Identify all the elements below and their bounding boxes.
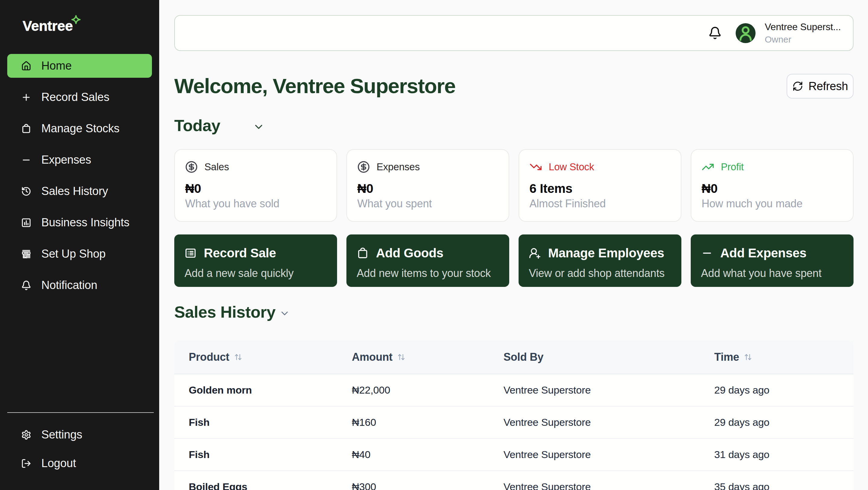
action-caption: Add what you have spent xyxy=(701,267,843,280)
circle-dollar-icon xyxy=(357,161,370,173)
topbar: Ventree Superst... Owner xyxy=(174,15,854,51)
sidebar-item-business-insights[interactable]: Business Insights xyxy=(7,210,152,234)
sidebar: Ventree HomeRecord SalesManage StocksExp… xyxy=(0,0,159,490)
sort-icon[interactable] xyxy=(234,353,242,361)
avatar[interactable] xyxy=(736,23,755,43)
cell-time: 35 days ago xyxy=(700,481,854,490)
action-caption: Add new items to your stock xyxy=(356,267,499,280)
column-header-amount[interactable]: Amount xyxy=(337,351,489,363)
brand-logo: Ventree xyxy=(23,17,101,35)
minus-icon xyxy=(701,247,713,259)
sidebar-item-home[interactable]: Home xyxy=(7,54,152,78)
sidebar-item-label: Business Insights xyxy=(41,216,129,229)
trending-down-icon xyxy=(529,161,542,173)
column-header-product[interactable]: Product xyxy=(174,351,337,363)
cell-product: Golden morn xyxy=(174,384,337,396)
action-card-header: Manage Employees xyxy=(529,246,671,260)
stat-label: Sales xyxy=(205,161,229,173)
table-row[interactable]: Fish₦160Ventree Superstore29 days ago xyxy=(174,406,854,439)
cell-sold-by: Ventree Superstore xyxy=(489,481,700,490)
user-plus-icon xyxy=(529,247,541,259)
sales-history-title: Sales History xyxy=(174,302,276,321)
action-title: Record Sale xyxy=(204,246,276,260)
sidebar-item-set-up-shop[interactable]: Set Up Shop xyxy=(7,242,152,266)
chart-square-icon xyxy=(21,218,31,228)
sidebar-item-label: Expenses xyxy=(41,153,91,166)
sidebar-item-label: Logout xyxy=(41,457,76,470)
sidebar-item-label: Manage Stocks xyxy=(41,122,119,135)
user-info[interactable]: Ventree Superst... Owner xyxy=(765,22,841,44)
minus-icon xyxy=(21,155,31,165)
action-card-header: Record Sale xyxy=(185,246,327,260)
cell-sold-by: Ventree Superstore xyxy=(489,384,700,396)
quick-actions-row: Record SaleAdd a new sale quicklyAdd Goo… xyxy=(174,234,854,287)
sort-icon[interactable] xyxy=(744,353,752,361)
column-label: Product xyxy=(189,351,229,363)
stat-value: ₦0 xyxy=(185,182,326,196)
app-root: Ventree HomeRecord SalesManage StocksExp… xyxy=(0,0,868,490)
stat-card-profit: Profit₦0How much you made xyxy=(691,149,854,222)
page-title: Welcome, Ventree Superstore xyxy=(174,73,455,99)
sidebar-item-label: Home xyxy=(41,59,72,72)
action-card-add-goods[interactable]: Add GoodsAdd new items to your stock xyxy=(346,234,509,287)
sidebar-footer: SettingsLogout xyxy=(0,412,159,480)
column-label: Amount xyxy=(352,351,393,363)
action-card-manage-employees[interactable]: Manage EmployeesView or add shop attenda… xyxy=(519,234,681,287)
sort-icon[interactable] xyxy=(397,353,405,361)
column-header-sold-by: Sold By xyxy=(489,351,700,363)
sidebar-item-record-sales[interactable]: Record Sales xyxy=(7,85,152,109)
shopping-bag-icon xyxy=(21,124,31,134)
sidebar-item-manage-stocks[interactable]: Manage Stocks xyxy=(7,117,152,140)
column-label: Time xyxy=(714,351,739,363)
stat-card-low-stock: Low Stock6 ItemsAlmost Finished xyxy=(519,149,681,222)
welcome-row: Welcome, Ventree Superstore Refresh xyxy=(174,73,854,99)
stat-card-header: Expenses xyxy=(357,161,498,173)
sparkle-icon xyxy=(69,14,83,28)
table-row[interactable]: Boiled Eggs₦300Ventree Superstore35 days… xyxy=(174,471,854,490)
shopping-bag-icon xyxy=(356,247,369,259)
action-card-header: Add Expenses xyxy=(701,246,843,260)
table-header: ProductAmountSold ByTime xyxy=(174,340,854,374)
cell-amount: ₦300 xyxy=(337,481,489,490)
period-label: Today xyxy=(174,116,220,135)
action-caption: Add a new sale quickly xyxy=(185,267,327,280)
refresh-label: Refresh xyxy=(809,80,848,93)
sidebar-item-label: Settings xyxy=(41,428,82,441)
cell-sold-by: Ventree Superstore xyxy=(489,449,700,460)
chevron-down-icon xyxy=(253,121,265,133)
cell-product: Fish xyxy=(174,417,337,428)
column-label: Sold By xyxy=(503,351,544,363)
main-content: Ventree Superst... Owner Welcome, Ventre… xyxy=(159,0,868,490)
topbar-right: Ventree Superst... Owner xyxy=(708,22,841,44)
sidebar-item-notification[interactable]: Notification xyxy=(7,273,152,297)
cell-amount: ₦22,000 xyxy=(337,384,489,396)
sidebar-nav: HomeRecord SalesManage StocksExpensesSal… xyxy=(0,54,159,305)
period-selector[interactable]: Today xyxy=(174,116,265,135)
table-row[interactable]: Fish₦40Ventree Superstore31 days ago xyxy=(174,439,854,471)
action-title: Add Goods xyxy=(376,246,443,260)
trending-up-icon xyxy=(702,161,714,173)
action-title: Manage Employees xyxy=(548,246,664,260)
receipt-list-icon xyxy=(185,247,196,259)
action-card-record-sale[interactable]: Record SaleAdd a new sale quickly xyxy=(174,234,337,287)
notification-bell-icon[interactable] xyxy=(708,26,722,40)
chevron-down-icon xyxy=(279,308,290,319)
stat-value: ₦0 xyxy=(702,182,843,196)
refresh-button[interactable]: Refresh xyxy=(786,74,854,99)
cell-time: 29 days ago xyxy=(700,417,854,428)
table-row[interactable]: Golden morn₦22,000Ventree Superstore29 d… xyxy=(174,374,854,406)
user-role: Owner xyxy=(765,34,841,44)
stat-label: Expenses xyxy=(377,161,420,173)
sales-history-header[interactable]: Sales History xyxy=(174,302,854,321)
sales-history-table: ProductAmountSold ByTime Golden morn₦22,… xyxy=(174,340,854,490)
sidebar-item-sales-history[interactable]: Sales History xyxy=(7,179,152,203)
sidebar-item-expenses[interactable]: Expenses xyxy=(7,148,152,172)
stat-card-expenses: Expenses₦0What you spent xyxy=(346,149,509,222)
sidebar-item-logout[interactable]: Logout xyxy=(7,451,152,475)
action-card-add-expenses[interactable]: Add ExpensesAdd what you have spent xyxy=(691,234,854,287)
cell-amount: ₦160 xyxy=(337,417,489,428)
table-body: Golden morn₦22,000Ventree Superstore29 d… xyxy=(174,374,854,490)
column-header-time[interactable]: Time xyxy=(700,351,854,363)
bell-icon xyxy=(21,280,31,291)
sidebar-item-settings[interactable]: Settings xyxy=(7,423,152,447)
